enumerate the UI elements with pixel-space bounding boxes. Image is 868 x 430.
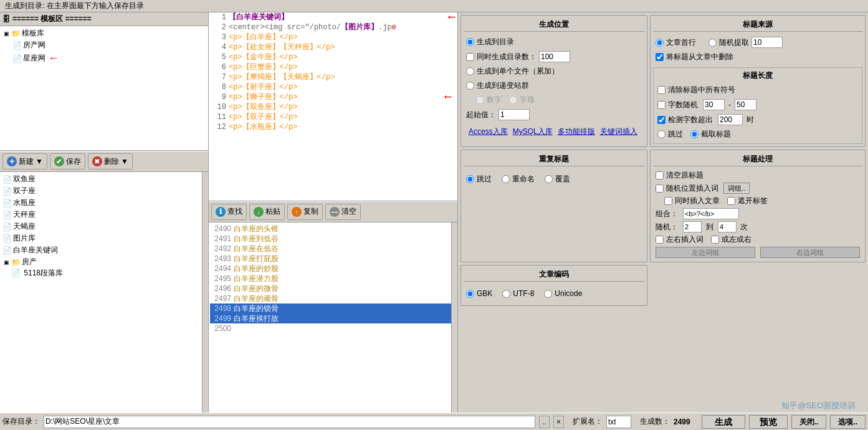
code-editor: 1 【白羊座关键词】 ⟵ 2 <center><img src="/photo/… <box>209 12 457 201</box>
combine-input[interactable] <box>683 208 739 219</box>
insert-lr-checkbox[interactable] <box>656 236 664 244</box>
line-num-8: 8 <box>211 82 226 92</box>
truncate-radio[interactable] <box>690 130 699 138</box>
list-item-tianping[interactable]: 📄 天秤座 <box>1 209 207 221</box>
word-group-btn[interactable]: 词组.. <box>723 183 750 194</box>
gen-info-text: 生成到目录: 在主界面最下方输入保存目录 <box>5 1 144 11</box>
random-insert-checkbox[interactable] <box>656 184 664 193</box>
random-max-input[interactable] <box>735 99 756 110</box>
random-chars-checkbox[interactable] <box>657 101 665 109</box>
data-scrollbar[interactable] <box>451 222 457 413</box>
data-row-2493[interactable]: 2493 白羊座打屁股 <box>210 254 456 264</box>
gen-to-file-radio[interactable] <box>466 67 474 75</box>
insert-article-checkbox[interactable] <box>664 197 672 205</box>
delete-title-checkbox[interactable] <box>656 53 664 61</box>
or-lr-checkbox[interactable] <box>711 236 719 244</box>
title-first-radio[interactable] <box>656 39 664 47</box>
access-link[interactable]: Access入库 <box>469 127 508 137</box>
keyword-insert-link[interactable]: 关键词插入 <box>600 127 637 137</box>
repeat-title-panel: 重复标题 跳过 重命名 覆 <box>460 150 647 262</box>
data-row-2490[interactable]: 2490 白羊座的头锥 <box>210 224 456 234</box>
utf8-radio[interactable] <box>502 290 510 298</box>
title-random-radio[interactable] <box>708 39 717 47</box>
template-header: 🗄 ====== 模板区 ====== <box>0 12 208 26</box>
data-row-2500[interactable]: 2500 <box>210 323 456 333</box>
data-row-2494[interactable]: 2494 白羊座的炒股 <box>210 264 456 274</box>
list-item-tupian[interactable]: 📄 图片库 <box>1 232 207 244</box>
close-x-button[interactable]: × <box>553 416 564 428</box>
data-row-2492[interactable]: 2492 白羊座在低谷 <box>210 244 456 254</box>
paste-button[interactable]: ↓ 粘贴 <box>249 204 285 220</box>
letter-radio[interactable] <box>509 96 517 104</box>
lr-btns-row: 左边词组 右边词组 <box>656 247 860 258</box>
tree-item-xingzuo[interactable]: 📄 星座网 ← <box>11 51 207 65</box>
new-icon: ＋ <box>7 156 17 166</box>
new-button[interactable]: ＋ 新建 ▼ <box>2 153 47 170</box>
line-content-12: <p>【水瓶座】</p> <box>229 122 455 132</box>
repeat-overwrite-radio[interactable] <box>545 175 553 183</box>
gen-to-group-radio[interactable] <box>466 82 474 90</box>
data-row-2496[interactable]: 2496 白羊座的微骨 <box>210 284 456 294</box>
random-min-input[interactable] <box>703 99 725 110</box>
options-button[interactable]: 选项.. <box>830 415 866 429</box>
simultaneous-checkbox[interactable] <box>466 53 474 61</box>
data-row-2497[interactable]: 2497 白羊座的顽骨 <box>210 294 456 303</box>
copy-button[interactable]: ↑ 复制 <box>287 204 323 220</box>
left-group-btn[interactable]: 左边词组 <box>656 247 755 258</box>
scrollbar[interactable] <box>202 172 208 413</box>
simultaneous-label: 同时生成目录数： <box>477 52 537 62</box>
list-item-5118[interactable]: 📄 5118段落库 <box>1 268 207 279</box>
list-item-shuangzi[interactable]: 📄 双子座 <box>1 185 207 197</box>
delete-button[interactable]: ✖ 删除 ▼ <box>88 153 133 170</box>
list-item-shuangyu[interactable]: 📄 双鱼座 <box>1 173 207 185</box>
unicode-radio[interactable] <box>544 290 552 298</box>
clear-icon: — <box>330 207 340 217</box>
right-group-btn[interactable]: 右边词组 <box>760 247 860 258</box>
skip-radio[interactable] <box>657 130 665 138</box>
data-row-2491[interactable]: 2491 白羊座到低谷 <box>210 234 456 244</box>
gen-to-group-label: 生成到递变站群 <box>477 80 529 91</box>
line-num-4: 4 <box>211 42 226 52</box>
repeat-rename-radio[interactable] <box>502 175 510 183</box>
list-item-fangchan[interactable]: ▣ 📁 房产 <box>1 256 207 268</box>
ext-input[interactable] <box>606 416 631 428</box>
data-row-2495[interactable]: 2495 白羊座潜力股 <box>210 274 456 284</box>
save-dir-input[interactable] <box>44 416 535 428</box>
list-item-tianxie[interactable]: 📄 天蝎座 <box>1 221 207 232</box>
save-button[interactable]: ✔ 保存 <box>50 153 85 170</box>
detect-value-input[interactable] <box>718 114 743 125</box>
preview-button[interactable]: 预览 <box>749 415 788 429</box>
gen-count-value: 2499 <box>674 418 690 426</box>
mysql-link[interactable]: MySQL入库 <box>513 127 553 137</box>
avoid-tag-checkbox[interactable] <box>727 197 735 205</box>
clear-button[interactable]: — 清空 <box>325 204 361 220</box>
tree-root[interactable]: ▣ 📁 模板库 <box>1 27 207 39</box>
gbk-radio[interactable] <box>466 290 474 298</box>
title-source-panel: 标题来源 文章首行 随机提取 将标题从文章中删除 <box>650 15 866 147</box>
start-value-input[interactable] <box>498 109 530 120</box>
list-item-shuiping[interactable]: 📄 水瓶座 <box>1 197 207 209</box>
data-row-2499[interactable]: 2499 白羊座挨打故 <box>210 313 456 323</box>
clear-original-checkbox[interactable] <box>656 171 664 179</box>
find-button[interactable]: ℹ 查找 <box>211 204 247 220</box>
digit-radio[interactable] <box>476 96 484 104</box>
random-to-input[interactable] <box>718 221 737 232</box>
random-insert-label: 随机位置插入词 <box>666 183 718 194</box>
detect-exceed-checkbox[interactable] <box>657 116 665 124</box>
bottom-bar: 保存目录： .. × 扩展名： 生成数： 2499 生成 预览 关闭.. 选项.… <box>0 413 868 430</box>
multirank-link[interactable]: 多功能排版 <box>558 127 595 137</box>
simultaneous-input[interactable] <box>539 51 570 62</box>
tree-item-fangchan[interactable]: 📄 房产网 <box>11 39 207 51</box>
data-row-2498[interactable]: 2498 白羊座的锁骨 <box>210 303 456 313</box>
clear-symbols-checkbox[interactable] <box>657 86 665 94</box>
random-from-input[interactable] <box>683 221 702 232</box>
repeat-skip-radio[interactable] <box>466 175 474 183</box>
random-extract-input[interactable] <box>751 37 783 48</box>
gen-to-dir-radio[interactable] <box>466 38 474 46</box>
close-button[interactable]: 关闭.. <box>791 415 827 429</box>
list-item-baiyang[interactable]: 📄 白羊座关键词 <box>1 244 207 256</box>
generate-button[interactable]: 生成 <box>702 415 745 429</box>
line-num-9: 9 <box>211 92 226 102</box>
encoding-row: 文章编码 GBK UTF-8 <box>460 265 866 306</box>
browse-button[interactable]: .. <box>539 416 550 428</box>
